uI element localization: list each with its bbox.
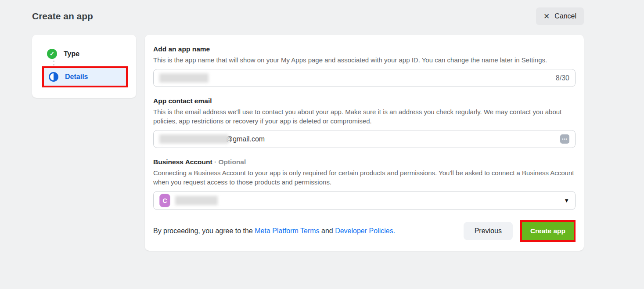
business-account-label: Business Account · Optional xyxy=(153,158,576,166)
meta-platform-terms-link[interactable]: Meta Platform Terms xyxy=(255,227,319,235)
cancel-button[interactable]: ✕ Cancel xyxy=(536,7,584,25)
annotation-details-highlight: Details xyxy=(42,66,128,87)
contact-email-description: This is the email address we'll use to c… xyxy=(153,107,576,126)
business-account-dropdown[interactable]: C ▼ xyxy=(153,191,576,210)
redacted-email-value xyxy=(159,134,229,144)
contact-email-label: App contact email xyxy=(153,97,576,105)
step-details-label: Details xyxy=(65,73,88,81)
developer-policies-link[interactable]: Developer Policies. xyxy=(335,227,395,235)
redacted-business-name xyxy=(175,196,218,205)
content-area: ✓ Type Details Add an app name This is t… xyxy=(0,25,644,251)
create-app-button[interactable]: Create app xyxy=(522,222,574,240)
top-bar: Create an app ✕ Cancel xyxy=(0,0,644,25)
previous-button[interactable]: Previous xyxy=(464,222,513,240)
business-account-description: Connecting a Business Account to your ap… xyxy=(153,168,576,187)
form-footer: By proceeding, you agree to the Meta Pla… xyxy=(153,220,576,242)
character-counter: 8/30 xyxy=(556,74,569,82)
close-icon: ✕ xyxy=(543,13,550,20)
step-details[interactable]: Details xyxy=(44,68,126,86)
app-name-input[interactable]: 8/30 xyxy=(153,69,576,87)
page-title: Create an app xyxy=(32,11,93,22)
cancel-button-label: Cancel xyxy=(554,12,576,20)
optional-tag: · Optional xyxy=(212,158,246,166)
app-name-description: This is the app name that will show on y… xyxy=(153,55,576,65)
annotation-create-app-highlight: Create app xyxy=(520,220,576,242)
step-type[interactable]: ✓ Type xyxy=(41,48,127,60)
app-name-label: Add an app name xyxy=(153,45,576,53)
chevron-down-icon: ▼ xyxy=(564,197,569,204)
email-visible-text: @gmail.com xyxy=(226,135,265,143)
password-manager-autofill-icon[interactable]: ••• xyxy=(560,134,569,144)
steps-sidebar: ✓ Type Details xyxy=(32,35,136,98)
step-type-label: Type xyxy=(64,50,79,58)
business-avatar: C xyxy=(159,194,170,207)
check-circle-icon: ✓ xyxy=(47,49,57,59)
agreement-text: By proceeding, you agree to the Meta Pla… xyxy=(153,227,395,235)
half-circle-progress-icon xyxy=(49,72,58,82)
create-app-form-card: Add an app name This is the app name tha… xyxy=(145,35,584,251)
step-connector-dots xyxy=(53,61,54,65)
contact-email-input[interactable]: @gmail.com ••• xyxy=(153,130,576,148)
redacted-app-name-value xyxy=(159,73,209,83)
